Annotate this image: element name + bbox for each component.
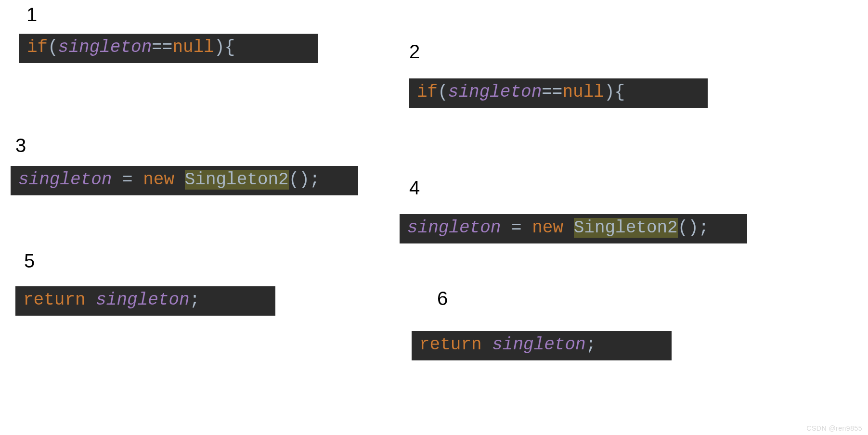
code-block-1: if(singleton==null){ (19, 34, 318, 63)
code-text-6: return singleton; (419, 335, 596, 355)
step-label-5: 5 (24, 250, 35, 272)
step-label-3: 3 (15, 135, 26, 156)
step-label-2: 2 (409, 41, 420, 63)
code-block-6: return singleton; (412, 331, 672, 360)
step-label-6: 6 (437, 288, 448, 309)
code-text-3: singleton = new Singleton2(); (18, 170, 320, 190)
code-text-4: singleton = new Singleton2(); (407, 218, 709, 238)
watermark-text: CSDN @ren9855 (806, 424, 862, 432)
step-label-4: 4 (409, 177, 420, 199)
code-text-1: if(singleton==null){ (27, 38, 235, 57)
code-block-4: singleton = new Singleton2(); (400, 214, 747, 243)
code-block-3: singleton = new Singleton2(); (11, 166, 358, 195)
code-block-5: return singleton; (15, 286, 275, 316)
code-text-2: if(singleton==null){ (417, 82, 625, 102)
step-label-1: 1 (26, 4, 37, 26)
code-text-5: return singleton; (23, 290, 200, 310)
code-block-2: if(singleton==null){ (409, 78, 708, 108)
